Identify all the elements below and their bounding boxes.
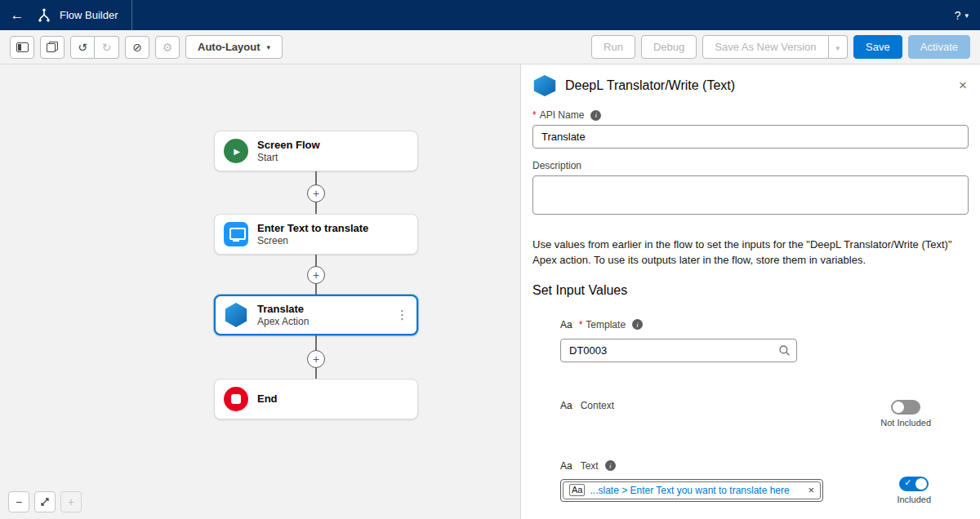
app-brand: Flow Builder bbox=[34, 0, 132, 30]
redo-button[interactable]: ↻ bbox=[95, 36, 119, 59]
context-toggle-label: Not Included bbox=[880, 418, 931, 428]
resource-pill-label: ...slate > Enter Text you want to transl… bbox=[590, 485, 803, 496]
context-field-row: Aa Context Not Included bbox=[560, 400, 969, 428]
text-type-icon: Aa bbox=[560, 319, 572, 330]
top-header: ← Flow Builder ? ▾ bbox=[0, 0, 980, 30]
context-label: Context bbox=[581, 400, 614, 411]
fit-to-view-button[interactable] bbox=[34, 491, 56, 512]
text-type-icon: Aa bbox=[560, 460, 572, 472]
flow-canvas[interactable]: ▶ Screen Flow Start + Enter Text to tran… bbox=[0, 64, 521, 519]
copy-elements-button[interactable] bbox=[40, 36, 65, 59]
close-panel-button[interactable]: × bbox=[959, 78, 967, 94]
node-subtitle: Apex Action bbox=[257, 316, 309, 327]
panel-header: DeepL Translator/Write (Text) × bbox=[521, 64, 980, 104]
debug-button[interactable]: Debug bbox=[641, 35, 697, 59]
flow-node-apex-action[interactable]: Translate Apex Action ⋮ bbox=[214, 295, 418, 335]
plus-icon: + bbox=[68, 495, 74, 508]
activate-button[interactable]: Activate bbox=[908, 35, 970, 59]
context-label-row: Aa Context bbox=[560, 400, 614, 411]
search-icon[interactable] bbox=[778, 344, 791, 357]
save-as-dropdown-button[interactable]: ▾ bbox=[829, 35, 849, 59]
auto-layout-label: Auto-Layout bbox=[198, 41, 261, 53]
resource-pill[interactable]: Aa ...slate > Enter Text you want to tra… bbox=[563, 481, 821, 499]
text-label: Text bbox=[581, 460, 599, 472]
start-icon: ▶ bbox=[224, 139, 248, 163]
apex-action-help-text: Use values from earlier in the flow to s… bbox=[532, 237, 969, 268]
apex-action-icon bbox=[532, 75, 557, 96]
text-label-row: Aa Text i bbox=[560, 460, 969, 472]
check-icon: ✓ bbox=[904, 477, 911, 488]
play-icon: ▶ bbox=[234, 147, 240, 156]
plus-icon: + bbox=[313, 353, 319, 365]
expand-icon bbox=[40, 497, 50, 507]
help-icon: ? bbox=[955, 9, 961, 22]
zoom-in-button[interactable]: + bbox=[60, 491, 82, 512]
set-input-values-heading: Set Input Values bbox=[532, 283, 969, 298]
screen-icon bbox=[224, 222, 248, 246]
help-menu-button[interactable]: ? ▾ bbox=[955, 9, 969, 22]
copy-icon bbox=[47, 42, 58, 52]
required-asterisk: * bbox=[579, 319, 583, 330]
remove-resource-button[interactable]: × bbox=[808, 485, 814, 495]
add-element-button[interactable]: + bbox=[307, 184, 325, 202]
node-menu-button[interactable]: ⋮ bbox=[396, 308, 408, 322]
flow-builder-app: ← Flow Builder ? ▾ ↺ ↻ ⊘ ⚙ Auto-Layout ▾ bbox=[0, 0, 980, 519]
info-icon[interactable]: i bbox=[632, 319, 643, 330]
auto-layout-dropdown[interactable]: Auto-Layout ▾ bbox=[185, 35, 283, 59]
api-name-label: * API Name i bbox=[532, 109, 969, 121]
text-include-toggle[interactable]: ✓ bbox=[899, 477, 929, 491]
add-element-button[interactable]: + bbox=[307, 266, 325, 284]
undo-icon: ↺ bbox=[78, 41, 87, 54]
template-label-row: Aa * Template i bbox=[560, 319, 969, 330]
node-subtitle: Start bbox=[257, 152, 320, 163]
api-name-input[interactable] bbox=[532, 125, 969, 149]
chevron-down-icon: ▾ bbox=[267, 43, 271, 51]
redo-icon: ↻ bbox=[102, 41, 112, 54]
text-value-input[interactable]: Aa ...slate > Enter Text you want to tra… bbox=[560, 479, 823, 502]
template-input[interactable] bbox=[560, 339, 797, 362]
text-toggle-label: Included bbox=[897, 495, 931, 504]
gear-icon: ⚙ bbox=[163, 41, 173, 54]
save-as-new-version-button[interactable]: Save As New Version bbox=[702, 35, 828, 59]
description-label: Description bbox=[532, 160, 969, 171]
zoom-out-button[interactable]: − bbox=[8, 491, 29, 512]
apex-action-icon bbox=[224, 303, 248, 327]
toggle-knob bbox=[893, 401, 904, 413]
app-title: Flow Builder bbox=[60, 9, 118, 21]
settings-button[interactable]: ⚙ bbox=[155, 36, 180, 59]
node-title: Enter Text to translate bbox=[257, 222, 368, 234]
text-type-icon: Aa bbox=[569, 484, 585, 496]
toggle-knob bbox=[915, 478, 927, 490]
description-textarea[interactable] bbox=[532, 175, 969, 215]
toggle-left-panel-button[interactable] bbox=[10, 36, 34, 59]
flow-builder-logo-icon bbox=[36, 7, 52, 24]
context-include-toggle[interactable] bbox=[891, 400, 920, 415]
kebab-menu-icon: ⋮ bbox=[396, 308, 408, 322]
panel-title: DeepL Translator/Write (Text) bbox=[565, 78, 735, 93]
node-subtitle: Screen bbox=[257, 235, 368, 246]
back-button[interactable]: ← bbox=[0, 0, 34, 30]
info-icon[interactable]: i bbox=[590, 110, 601, 121]
text-type-icon: Aa bbox=[560, 400, 572, 411]
element-properties-panel: DeepL Translator/Write (Text) × * API Na… bbox=[521, 64, 980, 519]
save-button[interactable]: Save bbox=[853, 35, 902, 59]
zoom-controls: − + bbox=[8, 491, 82, 512]
remove-icon: × bbox=[808, 484, 814, 496]
end-icon bbox=[224, 387, 248, 411]
undo-button[interactable]: ↺ bbox=[70, 36, 95, 59]
run-button[interactable]: Run bbox=[591, 35, 635, 59]
error-check-button[interactable]: ⊘ bbox=[125, 36, 149, 59]
flow-node-screen[interactable]: Enter Text to translate Screen bbox=[214, 214, 418, 255]
flow-node-end[interactable]: End bbox=[214, 379, 418, 419]
plus-icon: + bbox=[313, 188, 319, 199]
minus-icon: − bbox=[16, 495, 22, 508]
chevron-down-icon: ▾ bbox=[964, 11, 969, 20]
required-asterisk: * bbox=[532, 109, 537, 121]
template-label: Template bbox=[586, 319, 626, 330]
text-field-row: Aa ...slate > Enter Text you want to tra… bbox=[560, 477, 969, 504]
node-title: Translate bbox=[257, 303, 309, 315]
add-element-button[interactable]: + bbox=[307, 350, 325, 368]
info-icon[interactable]: i bbox=[605, 460, 616, 471]
panel-toggle-icon bbox=[16, 42, 29, 52]
flow-node-start[interactable]: ▶ Screen Flow Start bbox=[214, 131, 418, 171]
